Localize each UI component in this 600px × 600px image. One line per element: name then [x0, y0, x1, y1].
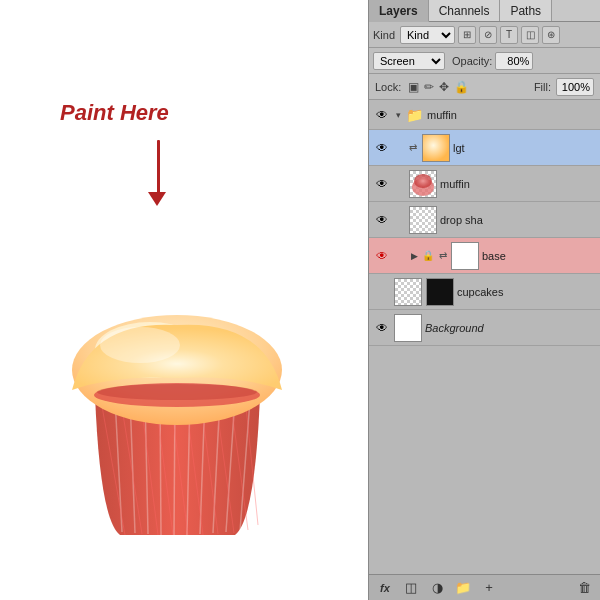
link-icon-base: ⇄: [439, 250, 447, 261]
paint-here-label: Paint Here: [60, 100, 169, 126]
layer-name-cupcakes: cupcakes: [457, 286, 596, 298]
thumbnail-base: [451, 242, 479, 270]
svg-rect-25: [423, 135, 449, 161]
layer-lgt[interactable]: 👁 ⇄ lgt: [369, 130, 600, 166]
visibility-icon-lgt[interactable]: 👁: [373, 139, 391, 157]
layers-panel: Layers Channels Paths Kind Kind ⊞ ⊘ T ◫ …: [368, 0, 600, 600]
adjustment-layer-icon[interactable]: ◑: [427, 578, 447, 598]
tab-paths[interactable]: Paths: [500, 0, 552, 21]
kind-select[interactable]: Kind: [400, 26, 455, 44]
layer-name-background: Background: [425, 322, 596, 334]
cupcake-illustration: [40, 240, 320, 560]
layer-base[interactable]: 👁 ▶ 🔒 ⇄ base: [369, 238, 600, 274]
filter-icon-1[interactable]: ⊞: [458, 26, 476, 44]
layer-name-muffin-group: muffin: [427, 109, 596, 121]
lock-label: Lock:: [375, 81, 401, 93]
blend-mode-select[interactable]: Screen Normal Multiply: [373, 52, 445, 70]
filter-row: Kind Kind ⊞ ⊘ T ◫ ⊛: [369, 22, 600, 48]
filter-icon-3[interactable]: T: [500, 26, 518, 44]
fill-label: Fill:: [534, 81, 551, 93]
layer-background[interactable]: 👁 Background: [369, 310, 600, 346]
opacity-label: Opacity:: [452, 55, 492, 67]
layer-name-dropshadow: drop sha: [440, 214, 596, 226]
svg-point-27: [414, 174, 432, 188]
svg-point-24: [97, 384, 257, 400]
link-icon-lgt: ⇄: [409, 142, 417, 153]
filter-icon-2[interactable]: ⊘: [479, 26, 497, 44]
arrow-shaft: [157, 140, 160, 195]
arrow-head: [148, 192, 166, 206]
thumbnail-lgt: [422, 134, 450, 162]
group-icon[interactable]: 📁: [453, 578, 473, 598]
opacity-input[interactable]: [495, 52, 533, 70]
thumbnail-cupcakes-black: [426, 278, 454, 306]
visibility-icon-base[interactable]: 👁: [373, 247, 391, 265]
layer-dropshadow[interactable]: 👁 drop sha: [369, 202, 600, 238]
lock-all-icon[interactable]: 🔒: [454, 80, 469, 94]
lock-transparency-icon[interactable]: ▣: [408, 80, 419, 94]
group-arrow-base: ▶: [411, 251, 418, 261]
visibility-icon-cupcakes[interactable]: [373, 283, 391, 301]
canvas-area: Paint Here: [0, 0, 368, 600]
layer-name-muffin: muffin: [440, 178, 596, 190]
visibility-icon-dropshadow[interactable]: 👁: [373, 211, 391, 229]
visibility-icon-background[interactable]: 👁: [373, 319, 391, 337]
visibility-icon-muffin-group[interactable]: 👁: [373, 106, 391, 124]
tabs-row: Layers Channels Paths: [369, 0, 600, 22]
kind-label: Kind: [373, 29, 395, 41]
thumbnail-cupcakes-checker: [394, 278, 422, 306]
blend-row: Screen Normal Multiply Opacity:: [369, 48, 600, 74]
layer-group-muffin[interactable]: 👁 ▾ 📁 muffin: [369, 100, 600, 130]
lock-position-icon[interactable]: ✥: [439, 80, 449, 94]
lock-icon-base: 🔒: [422, 250, 434, 261]
thumbnail-background: [394, 314, 422, 342]
layers-list: 👁 ▾ 📁 muffin 👁 ⇄: [369, 100, 600, 574]
layer-effects-icon[interactable]: fx: [375, 578, 395, 598]
new-layer-icon[interactable]: +: [479, 578, 499, 598]
thumbnail-dropshadow: [409, 206, 437, 234]
thumbnail-muffin: [409, 170, 437, 198]
folder-icon-muffin: 📁: [404, 105, 424, 125]
layer-muffin[interactable]: 👁 muffin: [369, 166, 600, 202]
delete-layer-icon[interactable]: 🗑: [574, 578, 594, 598]
filter-icon-5[interactable]: ⊛: [542, 26, 560, 44]
lock-row: Lock: ▣ ✏ ✥ 🔒 Fill:: [369, 74, 600, 100]
layer-name-base: base: [482, 250, 596, 262]
layer-mask-icon[interactable]: ◫: [401, 578, 421, 598]
visibility-icon-muffin[interactable]: 👁: [373, 175, 391, 193]
tab-channels[interactable]: Channels: [429, 0, 501, 21]
filter-icon-4[interactable]: ◫: [521, 26, 539, 44]
tab-layers[interactable]: Layers: [369, 0, 429, 22]
lock-pixels-icon[interactable]: ✏: [424, 80, 434, 94]
layer-cupcakes[interactable]: cupcakes: [369, 274, 600, 310]
layer-name-lgt: lgt: [453, 142, 596, 154]
group-arrow-muffin: ▾: [396, 110, 401, 120]
svg-point-22: [100, 327, 180, 363]
bottom-toolbar: fx ◫ ◑ 📁 + 🗑: [369, 574, 600, 600]
fill-input[interactable]: [556, 78, 594, 96]
